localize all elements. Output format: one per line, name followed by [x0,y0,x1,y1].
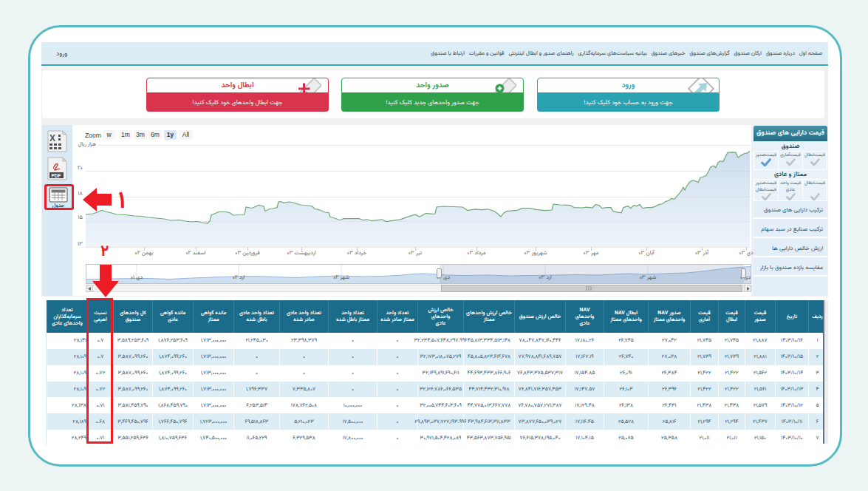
svg-text:X: X [49,133,55,143]
svg-text:PDF: PDF [52,173,61,178]
